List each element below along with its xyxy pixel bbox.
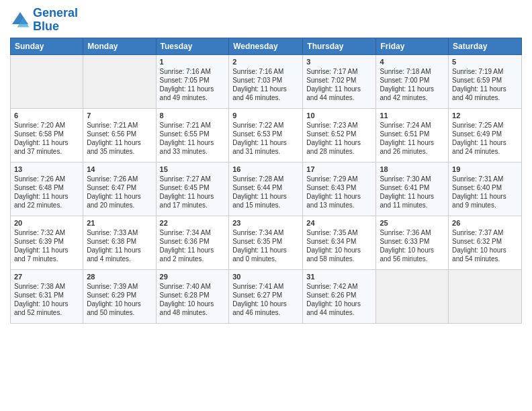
day-number: 31 <box>306 273 372 281</box>
calendar-cell: 13Sunrise: 7:26 AM Sunset: 6:48 PM Dayli… <box>11 162 83 216</box>
calendar-cell: 14Sunrise: 7:26 AM Sunset: 6:47 PM Dayli… <box>83 162 156 216</box>
day-number: 2 <box>232 58 299 66</box>
calendar-cell: 10Sunrise: 7:23 AM Sunset: 6:52 PM Dayli… <box>303 108 376 162</box>
day-info: Sunrise: 7:26 AM Sunset: 6:47 PM Dayligh… <box>87 175 152 210</box>
calendar-cell <box>449 269 522 323</box>
day-number: 19 <box>452 165 518 173</box>
day-number: 14 <box>87 165 152 173</box>
calendar-cell: 15Sunrise: 7:27 AM Sunset: 6:45 PM Dayli… <box>156 162 229 216</box>
day-info: Sunrise: 7:38 AM Sunset: 6:31 PM Dayligh… <box>14 282 79 317</box>
calendar-cell: 30Sunrise: 7:41 AM Sunset: 6:27 PM Dayli… <box>229 269 303 323</box>
day-number: 18 <box>380 165 445 173</box>
calendar-cell: 23Sunrise: 7:34 AM Sunset: 6:35 PM Dayli… <box>229 216 303 269</box>
day-info: Sunrise: 7:39 AM Sunset: 6:29 PM Dayligh… <box>87 282 152 317</box>
calendar-cell: 9Sunrise: 7:22 AM Sunset: 6:53 PM Daylig… <box>229 108 303 162</box>
day-info: Sunrise: 7:34 AM Sunset: 6:35 PM Dayligh… <box>232 228 299 263</box>
day-number: 10 <box>306 111 372 120</box>
day-number: 20 <box>14 219 79 227</box>
day-info: Sunrise: 7:20 AM Sunset: 6:58 PM Dayligh… <box>14 121 79 156</box>
day-info: Sunrise: 7:33 AM Sunset: 6:38 PM Dayligh… <box>87 228 152 263</box>
calendar-cell: 28Sunrise: 7:39 AM Sunset: 6:29 PM Dayli… <box>83 269 156 323</box>
day-number: 15 <box>160 165 226 173</box>
day-number: 9 <box>232 111 299 120</box>
day-number: 3 <box>306 58 372 66</box>
day-number: 25 <box>380 219 445 227</box>
day-info: Sunrise: 7:34 AM Sunset: 6:36 PM Dayligh… <box>160 228 226 263</box>
calendar-week-1: 1Sunrise: 7:16 AM Sunset: 7:05 PM Daylig… <box>11 54 522 108</box>
calendar-cell: 8Sunrise: 7:21 AM Sunset: 6:55 PM Daylig… <box>156 108 229 162</box>
day-number: 22 <box>160 219 226 227</box>
day-info: Sunrise: 7:17 AM Sunset: 7:02 PM Dayligh… <box>306 67 372 102</box>
day-info: Sunrise: 7:26 AM Sunset: 6:48 PM Dayligh… <box>14 175 79 210</box>
day-number: 24 <box>306 219 372 227</box>
day-info: Sunrise: 7:36 AM Sunset: 6:33 PM Dayligh… <box>380 228 445 263</box>
day-info: Sunrise: 7:25 AM Sunset: 6:49 PM Dayligh… <box>452 121 518 156</box>
calendar-header: SundayMondayTuesdayWednesdayThursdayFrid… <box>11 38 522 54</box>
day-info: Sunrise: 7:32 AM Sunset: 6:39 PM Dayligh… <box>14 228 79 263</box>
calendar-cell: 25Sunrise: 7:36 AM Sunset: 6:33 PM Dayli… <box>376 216 449 269</box>
calendar-cell: 24Sunrise: 7:35 AM Sunset: 6:34 PM Dayli… <box>303 216 376 269</box>
day-number: 21 <box>87 219 152 227</box>
calendar-cell: 17Sunrise: 7:29 AM Sunset: 6:43 PM Dayli… <box>303 162 376 216</box>
day-info: Sunrise: 7:41 AM Sunset: 6:27 PM Dayligh… <box>232 282 299 317</box>
calendar-cell: 22Sunrise: 7:34 AM Sunset: 6:36 PM Dayli… <box>156 216 229 269</box>
calendar-cell <box>83 54 156 108</box>
calendar-cell: 3Sunrise: 7:17 AM Sunset: 7:02 PM Daylig… <box>303 54 376 108</box>
day-number: 29 <box>160 273 226 281</box>
day-header-wednesday: Wednesday <box>229 38 303 54</box>
day-info: Sunrise: 7:24 AM Sunset: 6:51 PM Dayligh… <box>380 121 445 156</box>
day-header-monday: Monday <box>83 38 156 54</box>
day-header-sunday: Sunday <box>11 38 83 54</box>
calendar-week-3: 13Sunrise: 7:26 AM Sunset: 6:48 PM Dayli… <box>11 162 522 216</box>
day-number: 6 <box>14 111 79 120</box>
logo-icon <box>10 10 30 30</box>
day-info: Sunrise: 7:31 AM Sunset: 6:40 PM Dayligh… <box>452 175 518 210</box>
day-header-thursday: Thursday <box>303 38 376 54</box>
day-info: Sunrise: 7:40 AM Sunset: 6:28 PM Dayligh… <box>160 282 226 317</box>
calendar-cell: 1Sunrise: 7:16 AM Sunset: 7:05 PM Daylig… <box>156 54 229 108</box>
day-number: 26 <box>452 219 518 227</box>
calendar-cell: 7Sunrise: 7:21 AM Sunset: 6:56 PM Daylig… <box>83 108 156 162</box>
day-number: 17 <box>306 165 372 173</box>
calendar-week-4: 20Sunrise: 7:32 AM Sunset: 6:39 PM Dayli… <box>11 216 522 269</box>
calendar-table: SundayMondayTuesdayWednesdayThursdayFrid… <box>10 38 522 324</box>
logo: General Blue <box>10 7 78 34</box>
calendar-cell: 31Sunrise: 7:42 AM Sunset: 6:26 PM Dayli… <box>303 269 376 323</box>
day-number: 5 <box>452 58 518 66</box>
page-header: General Blue <box>10 7 522 34</box>
calendar-week-2: 6Sunrise: 7:20 AM Sunset: 6:58 PM Daylig… <box>11 108 522 162</box>
calendar-cell <box>376 269 449 323</box>
day-number: 23 <box>232 219 299 227</box>
day-info: Sunrise: 7:18 AM Sunset: 7:00 PM Dayligh… <box>380 67 445 102</box>
day-info: Sunrise: 7:30 AM Sunset: 6:41 PM Dayligh… <box>380 175 445 210</box>
calendar-cell: 11Sunrise: 7:24 AM Sunset: 6:51 PM Dayli… <box>376 108 449 162</box>
day-info: Sunrise: 7:27 AM Sunset: 6:45 PM Dayligh… <box>160 175 226 210</box>
day-info: Sunrise: 7:42 AM Sunset: 6:26 PM Dayligh… <box>306 282 372 317</box>
day-info: Sunrise: 7:35 AM Sunset: 6:34 PM Dayligh… <box>306 228 372 263</box>
day-info: Sunrise: 7:16 AM Sunset: 7:03 PM Dayligh… <box>232 67 299 102</box>
day-header-tuesday: Tuesday <box>156 38 229 54</box>
day-info: Sunrise: 7:22 AM Sunset: 6:53 PM Dayligh… <box>232 121 299 156</box>
day-number: 27 <box>14 273 79 281</box>
day-number: 28 <box>87 273 152 281</box>
calendar-cell: 5Sunrise: 7:19 AM Sunset: 6:59 PM Daylig… <box>449 54 522 108</box>
calendar-cell: 12Sunrise: 7:25 AM Sunset: 6:49 PM Dayli… <box>449 108 522 162</box>
day-info: Sunrise: 7:16 AM Sunset: 7:05 PM Dayligh… <box>160 67 226 102</box>
day-number: 4 <box>380 58 445 66</box>
calendar-cell: 16Sunrise: 7:28 AM Sunset: 6:44 PM Dayli… <box>229 162 303 216</box>
day-info: Sunrise: 7:37 AM Sunset: 6:32 PM Dayligh… <box>452 228 518 263</box>
day-header-friday: Friday <box>376 38 449 54</box>
calendar-cell: 21Sunrise: 7:33 AM Sunset: 6:38 PM Dayli… <box>83 216 156 269</box>
day-number: 11 <box>380 111 445 120</box>
day-number: 16 <box>232 165 299 173</box>
calendar-cell: 18Sunrise: 7:30 AM Sunset: 6:41 PM Dayli… <box>376 162 449 216</box>
day-number: 8 <box>160 111 226 120</box>
day-header-saturday: Saturday <box>449 38 522 54</box>
day-info: Sunrise: 7:21 AM Sunset: 6:55 PM Dayligh… <box>160 121 226 156</box>
day-number: 30 <box>232 273 299 281</box>
calendar-cell <box>11 54 83 108</box>
day-number: 12 <box>452 111 518 120</box>
day-info: Sunrise: 7:29 AM Sunset: 6:43 PM Dayligh… <box>306 175 372 210</box>
calendar-cell: 27Sunrise: 7:38 AM Sunset: 6:31 PM Dayli… <box>11 269 83 323</box>
calendar-cell: 29Sunrise: 7:40 AM Sunset: 6:28 PM Dayli… <box>156 269 229 323</box>
